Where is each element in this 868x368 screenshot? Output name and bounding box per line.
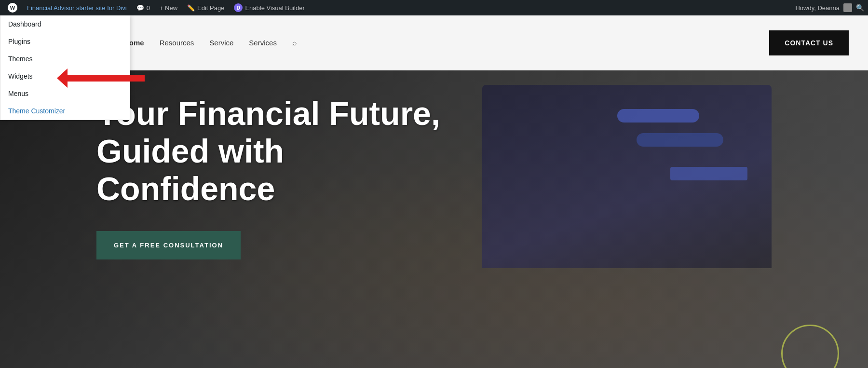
- howdy-label: Howdy, Deanna: [795, 4, 840, 12]
- admin-bar: W Financial Advisor starter site for Div…: [0, 0, 868, 15]
- dropdown-item-plugins[interactable]: Plugins: [0, 33, 130, 50]
- hero-heading: Your Financial Future, Guided with Confi…: [96, 95, 482, 208]
- wp-logo[interactable]: W: [4, 0, 21, 15]
- admin-bar-right: Howdy, Deanna 🔍: [795, 3, 864, 12]
- new-label: + New: [160, 4, 177, 12]
- wordpress-icon: W: [8, 3, 17, 13]
- divi-icon: D: [234, 3, 243, 12]
- edit-label: Edit Page: [197, 4, 224, 12]
- divi-item[interactable]: D Enable Visual Builder: [230, 0, 308, 15]
- comment-icon: 💬: [136, 4, 144, 12]
- screen-element-2: [637, 133, 723, 147]
- site-name-label: Financial Advisor starter site for Divi: [27, 4, 127, 12]
- site-name[interactable]: Financial Advisor starter site for Divi: [23, 0, 131, 15]
- red-arrow: [68, 75, 145, 82]
- dropdown-item-dashboard[interactable]: Dashboard: [0, 15, 130, 33]
- search-icon[interactable]: 🔍: [856, 4, 864, 12]
- cta-button[interactable]: GET A FREE CONSULTATION: [96, 231, 241, 259]
- enable-vb-label: Enable Visual Builder: [245, 4, 304, 12]
- hero-heading-line2: Confidence: [96, 170, 275, 207]
- hero-content: Your Financial Future, Guided with Confi…: [96, 95, 482, 259]
- hero-heading-line1: Your Financial Future, Guided with: [96, 95, 440, 169]
- screen-element-1: [617, 109, 699, 123]
- nav-resources[interactable]: Resources: [160, 39, 194, 47]
- nav-service[interactable]: Service: [209, 39, 233, 47]
- screen-element-3: [670, 167, 747, 180]
- user-avatar: [843, 3, 852, 12]
- dropdown-item-theme-customizer[interactable]: Theme Customizer: [0, 102, 130, 120]
- edit-page-item[interactable]: ✏️ Edit Page: [183, 0, 228, 15]
- nav-services[interactable]: Services: [249, 39, 277, 47]
- site-header: About Blog Contact Home Resources Servic…: [0, 15, 868, 70]
- dropdown-item-themes[interactable]: Themes: [0, 50, 130, 68]
- edit-icon: ✏️: [187, 4, 195, 12]
- search-icon[interactable]: ⌕: [292, 39, 297, 47]
- arrow-annotation: [68, 75, 145, 82]
- hero-section: Your Financial Future, Guided with Confi…: [0, 70, 868, 368]
- site-nav: About Blog Contact Home Resources Servic…: [19, 39, 769, 47]
- comments-count: 0: [147, 4, 150, 12]
- new-item[interactable]: + New: [156, 0, 181, 15]
- contact-button[interactable]: CONTACT US: [769, 30, 849, 55]
- admin-dropdown-menu: Dashboard Plugins Themes Widgets Menus T…: [0, 15, 130, 120]
- comments-item[interactable]: 💬 0: [133, 0, 154, 15]
